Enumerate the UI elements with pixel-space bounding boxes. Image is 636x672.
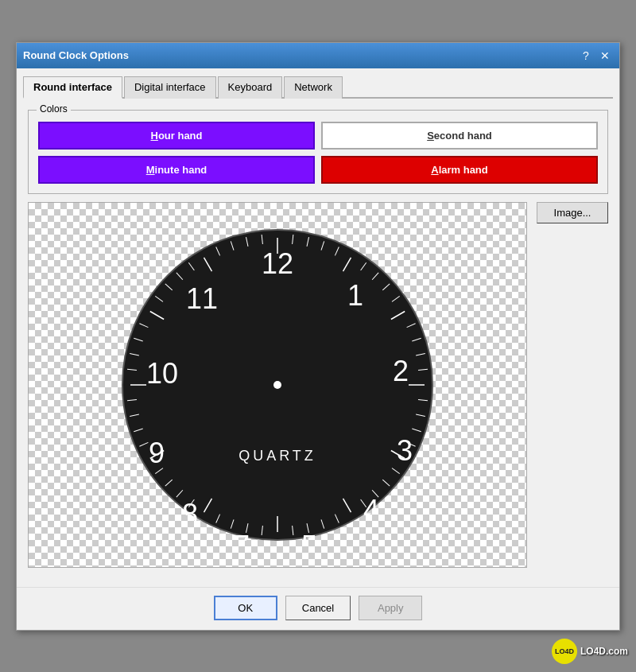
apply-button[interactable]: Apply [359,596,422,620]
dialog-footer: OK Cancel Apply [17,587,619,630]
clock-preview: 12 1 2 3 4 5 6 7 8 9 10 11 [28,202,527,568]
svg-text:5: 5 [301,530,317,544]
svg-text:12: 12 [262,247,293,280]
title-bar-controls: ? ✕ [578,48,613,64]
minute-hand-button[interactable]: Minute hand [38,156,315,184]
svg-text:QUARTZ: QUARTZ [238,448,316,464]
cancel-button[interactable]: Cancel [285,596,351,620]
svg-text:9: 9 [149,437,165,469]
watermark-text: LO4D.com [580,646,628,657]
close-button[interactable]: ✕ [597,48,613,64]
tab-round-interface[interactable]: Round interface [23,76,122,99]
svg-text:4: 4 [363,494,379,526]
colors-group-label: Colors [37,103,71,115]
tab-bar: Round interface Digital interface Keyboa… [23,75,613,99]
image-button[interactable]: Image... [537,202,608,223]
alarm-hand-button[interactable]: Alarm hand [321,156,598,184]
colors-group: Colors Hour hand Second hand Minute hand [28,110,608,194]
preview-controls: Image... [537,202,608,223]
svg-text:3: 3 [397,434,413,467]
preview-row: 12 1 2 3 4 5 6 7 8 9 10 11 [28,202,608,568]
svg-point-74 [273,381,281,389]
tab-network[interactable]: Network [284,76,343,99]
tab-keyboard[interactable]: Keyboard [218,76,283,99]
window-title: Round Clock Options [23,49,129,61]
svg-text:10: 10 [146,357,178,390]
clock-svg: 12 1 2 3 4 5 6 7 8 9 10 11 [118,226,436,544]
svg-text:7: 7 [234,530,250,544]
title-bar: Round Clock Options ? ✕ [17,43,619,68]
svg-text:1: 1 [347,279,363,312]
svg-text:11: 11 [186,282,218,315]
dialog-window: Round Clock Options ? ✕ Round interface … [16,42,620,631]
ok-button[interactable]: OK [214,596,277,620]
tab-digital-interface[interactable]: Digital interface [124,76,216,99]
watermark-logo: LO4D [552,639,577,664]
svg-text:2: 2 [393,355,409,387]
help-button[interactable]: ? [578,48,594,64]
window-body: Round interface Digital interface Keyboa… [17,68,619,587]
hour-hand-button[interactable]: Hour hand [38,122,315,150]
second-hand-button[interactable]: Second hand [321,122,598,150]
svg-text:8: 8 [182,498,198,530]
color-buttons-grid: Hour hand Second hand Minute hand Alarm … [38,122,598,184]
tab-content: Colors Hour hand Second hand Minute hand [23,105,613,581]
